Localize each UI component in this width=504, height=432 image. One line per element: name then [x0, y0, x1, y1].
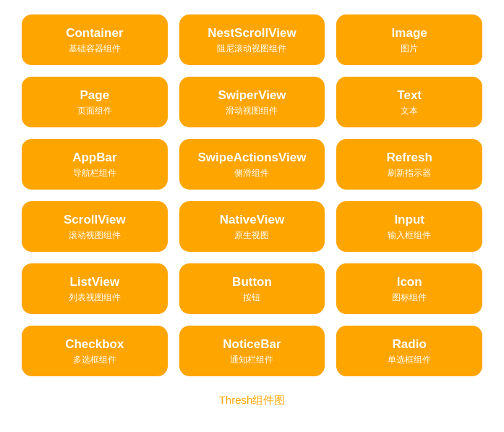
card-title-nativeview: NativeView — [220, 212, 284, 228]
card-button[interactable]: Button按钮 — [179, 263, 325, 314]
card-subtitle-listview: 列表视图组件 — [69, 292, 121, 304]
card-title-appbar: AppBar — [72, 150, 116, 166]
card-title-page: Page — [80, 88, 110, 103]
card-subtitle-nestscrollview: 阻尼滚动视图组件 — [217, 43, 286, 55]
card-title-scrollview: ScrollView — [64, 212, 126, 228]
card-subtitle-swiperview: 滑动视图组件 — [226, 106, 278, 117]
card-subtitle-text: 文本 — [401, 106, 418, 117]
card-title-swipeactionsview: SwipeActionsView — [198, 150, 307, 166]
card-title-radio: Radio — [393, 336, 427, 352]
card-subtitle-page: 页面组件 — [77, 106, 112, 117]
card-swiperview[interactable]: SwiperView滑动视图组件 — [179, 77, 325, 127]
card-checkbox[interactable]: Checkbox多选框组件 — [22, 326, 168, 376]
card-title-input: Input — [394, 212, 424, 228]
card-title-text: Text — [397, 88, 422, 103]
card-appbar[interactable]: AppBar导航栏组件 — [22, 139, 168, 190]
card-title-noticebar: NoticeBar — [223, 336, 281, 352]
card-subtitle-refresh: 刷新指示器 — [388, 168, 431, 179]
card-listview[interactable]: ListView列表视图组件 — [22, 263, 168, 314]
card-icon[interactable]: Icon图标组件 — [336, 263, 482, 314]
card-swipeactionsview[interactable]: SwipeActionsView侧滑组件 — [179, 139, 325, 190]
card-refresh[interactable]: Refresh刷新指示器 — [336, 139, 482, 190]
card-title-icon: Icon — [397, 274, 422, 290]
card-title-button: Button — [232, 274, 272, 290]
card-title-checkbox: Checkbox — [65, 336, 124, 352]
card-subtitle-button: 按钮 — [243, 292, 260, 304]
card-subtitle-container: 基础容器组件 — [69, 43, 121, 55]
card-container[interactable]: Container基础容器组件 — [22, 14, 168, 65]
component-grid: Container基础容器组件NestScrollView阻尼滚动视图组件Ima… — [22, 14, 482, 376]
card-text[interactable]: Text文本 — [336, 77, 482, 127]
footer-label: Thresh组件图 — [219, 394, 286, 407]
card-title-container: Container — [66, 25, 123, 41]
card-title-nestscrollview: NestScrollView — [208, 25, 296, 41]
card-subtitle-scrollview: 滚动视图组件 — [69, 230, 121, 242]
card-subtitle-radio: 单选框组件 — [388, 355, 431, 366]
card-subtitle-input: 输入框组件 — [388, 230, 431, 242]
card-nativeview[interactable]: NativeView原生视图 — [179, 201, 325, 252]
card-image[interactable]: Image图片 — [336, 14, 482, 65]
card-title-listview: ListView — [70, 274, 120, 290]
card-subtitle-appbar: 导航栏组件 — [73, 168, 116, 179]
card-title-image: Image — [392, 25, 427, 41]
card-scrollview[interactable]: ScrollView滚动视图组件 — [22, 201, 168, 252]
card-subtitle-swipeactionsview: 侧滑组件 — [234, 168, 269, 179]
card-subtitle-image: 图片 — [401, 43, 418, 55]
card-subtitle-noticebar: 通知栏组件 — [230, 355, 273, 366]
card-title-swiperview: SwiperView — [218, 88, 286, 103]
card-subtitle-icon: 图标组件 — [392, 292, 427, 304]
card-subtitle-nativeview: 原生视图 — [234, 230, 269, 242]
card-nestscrollview[interactable]: NestScrollView阻尼滚动视图组件 — [179, 14, 325, 65]
card-page[interactable]: Page页面组件 — [22, 77, 168, 127]
card-noticebar[interactable]: NoticeBar通知栏组件 — [179, 326, 325, 376]
card-subtitle-checkbox: 多选框组件 — [73, 355, 116, 366]
card-radio[interactable]: Radio单选框组件 — [336, 326, 482, 376]
card-title-refresh: Refresh — [387, 150, 432, 166]
card-input[interactable]: Input输入框组件 — [336, 201, 482, 252]
